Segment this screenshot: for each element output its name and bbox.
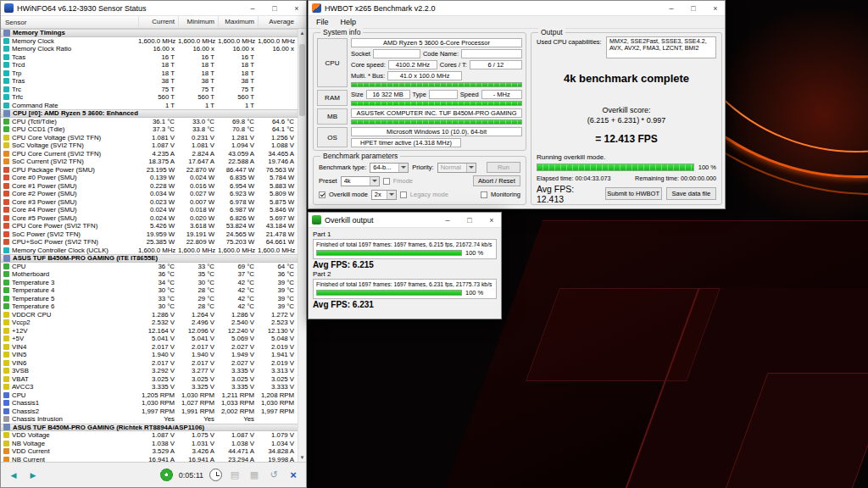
- sensor-row[interactable]: Temperature 630 °C28 °C42 °C39 °C: [1, 302, 298, 311]
- menu-help[interactable]: Help: [335, 18, 363, 26]
- hwbot-titlebar[interactable]: HWBOT x265 Benchmark v2.2.0 – □ ×: [309, 1, 725, 16]
- sensor-row[interactable]: SoC Power (SVI2 TFN)19.959 W19.191 W24.5…: [1, 230, 298, 239]
- reset-clock-icon[interactable]: [208, 468, 223, 483]
- maximize-button[interactable]: □: [460, 213, 479, 227]
- sensor-row[interactable]: VIN51.940 V1.940 V1.949 V1.941 V: [1, 351, 298, 359]
- overkill-mode-checkbox[interactable]: [319, 191, 326, 198]
- sensor-row[interactable]: CPU Core Power (SVI2 TFN)5.426 W3.618 W5…: [1, 222, 298, 230]
- column-average[interactable]: Average: [258, 16, 298, 28]
- sensor-row[interactable]: VDD Current3.529 A3.426 A44.471 A34.828 …: [1, 447, 298, 456]
- sensor-row[interactable]: Trcd18 T18 T18 T: [1, 61, 298, 69]
- sensor-row[interactable]: Tras38 T38 T38 T: [1, 77, 298, 86]
- report-icon[interactable]: ▤: [227, 468, 242, 483]
- sensor-value: 1.081 V: [138, 134, 178, 142]
- sensor-scrollbar[interactable]: ▲ ▼: [298, 29, 306, 462]
- desktop[interactable]: HWiNFO64 v6.12-3930 Sensor Status – □ × …: [0, 0, 868, 488]
- close-button[interactable]: ×: [706, 1, 725, 15]
- sensor-row[interactable]: VIN42.017 V2.017 V2.027 V2.019 V: [1, 343, 298, 352]
- sensor-row[interactable]: VBAT3.025 V3.025 V3.025 V3.025 V: [1, 375, 298, 384]
- sensor-row[interactable]: CPU Package Power (SMU)23.195 W22.870 W8…: [1, 166, 298, 175]
- sensor-row[interactable]: CPU CCD1 (Tdie)37.3 °C33.8 °C70.8 °C64.1…: [1, 125, 298, 134]
- sensor-section-row[interactable]: CPU [#0]: AMD Ryzen 5 3600: Enhanced: [1, 109, 298, 118]
- sensor-row[interactable]: Command Rate1 T1 T1 T: [1, 102, 298, 110]
- submit-to-hwbot-button[interactable]: Submit to HWBOT: [605, 187, 662, 200]
- sensor-section-row[interactable]: ASUS TUF B450M-PRO GAMING (Richtek RT889…: [1, 424, 298, 432]
- legacy-mode-checkbox[interactable]: [400, 191, 407, 198]
- sensor-section-row[interactable]: ASUS TUF B450M-PRO GAMING (ITE IT8655E): [1, 254, 298, 263]
- configure-gear-icon[interactable]: [159, 468, 175, 483]
- maximize-button[interactable]: □: [265, 1, 284, 15]
- sensor-row[interactable]: Core #2 Power (SMU)0.034 W0.027 W6.923 W…: [1, 190, 298, 198]
- column-maximum[interactable]: Maximum: [218, 16, 258, 28]
- sensor-row[interactable]: Trfc560 T560 T560 T: [1, 93, 298, 102]
- save-data-file-button[interactable]: Save data file: [666, 187, 716, 200]
- sensor-row[interactable]: +12V12.164 V12.096 V12.240 V12.130 V: [1, 327, 298, 336]
- scrollbar-track[interactable]: [298, 37, 306, 453]
- monitoring-checkbox[interactable]: [481, 191, 487, 198]
- overkill-multiplier-select[interactable]: 2x: [371, 190, 397, 200]
- overkill-titlebar[interactable]: Overkill output – □ ×: [309, 213, 501, 228]
- sensor-row[interactable]: Core #3 Power (SMU)0.023 W0.007 W6.978 W…: [1, 198, 298, 207]
- sensor-row[interactable]: Core #5 Power (SMU)0.024 W0.020 W6.826 W…: [1, 214, 298, 223]
- minimize-button[interactable]: –: [438, 213, 457, 227]
- sensor-row[interactable]: VIN62.017 V2.017 V2.027 V2.019 V: [1, 359, 298, 368]
- scrollbar-thumb[interactable]: [299, 44, 305, 116]
- sensor-row[interactable]: 3VSB3.292 V3.277 V3.335 V3.313 V: [1, 367, 298, 375]
- sensor-row[interactable]: Memory Clock Ratio16.00 x16.00 x16.00 x1…: [1, 45, 298, 53]
- sensor-row[interactable]: CPU Core Current (SVI2 TFN)4.235 A2.824 …: [1, 150, 298, 158]
- logging-icon[interactable]: ▦: [247, 468, 262, 483]
- sensor-row[interactable]: CPU Core Voltage (SVI2 TFN)1.081 V0.231 …: [1, 134, 298, 142]
- sensor-row[interactable]: +5V5.041 V5.041 V5.069 V5.048 V: [1, 335, 298, 343]
- sensor-row[interactable]: Chassis11,030 RPM1,027 RPM1,033 RPM1,030…: [1, 399, 298, 408]
- sensor-row[interactable]: Vccp22.532 V2.496 V2.540 V2.523 V: [1, 319, 298, 327]
- abort-reset-button[interactable]: Abort / Reset: [473, 175, 520, 186]
- sensor-row[interactable]: Memory Clock1,600.0 MHz1,600.0 MHz1,600.…: [1, 37, 298, 46]
- sensor-row[interactable]: CPU1,205 RPM1,030 RPM1,211 RPM1,208 RPM: [1, 391, 298, 400]
- close-button[interactable]: ×: [482, 213, 501, 227]
- sensor-row[interactable]: VDDCR CPU1.286 V1.264 V1.286 V1.272 V: [1, 311, 298, 319]
- sensor-row[interactable]: CPU+SoC Power (SVI2 TFN)25.385 W22.809 W…: [1, 238, 298, 247]
- minimize-button[interactable]: –: [662, 1, 681, 15]
- menu-file[interactable]: File: [310, 18, 335, 26]
- sensor-row[interactable]: SoC Current (SVI2 TFN)18.375 A17.647 A22…: [1, 158, 298, 166]
- priority-select[interactable]: Normal: [437, 163, 476, 173]
- sensor-row[interactable]: Temperature 533 °C29 °C42 °C39 °C: [1, 295, 298, 303]
- sensor-row[interactable]: CPU (Tctl/Tdie)36.1 °C33.0 °C69.8 °C64.6…: [1, 118, 298, 126]
- sensor-row[interactable]: Temperature 430 °C28 °C42 °C39 °C: [1, 286, 298, 295]
- fmode-checkbox[interactable]: [383, 178, 390, 185]
- sensor-row[interactable]: Motherboard36 °C35 °C37 °C36 °C: [1, 270, 298, 279]
- nav-forward-icon[interactable]: ▶: [25, 468, 41, 483]
- sensor-row[interactable]: SoC Voltage (SVI2 TFN)1.087 V1.081 V1.09…: [1, 141, 298, 150]
- sensor-row[interactable]: Memory Controller Clock (UCLK)1,600.0 MH…: [1, 247, 298, 255]
- benchmark-type-select[interactable]: 64-b...: [370, 163, 409, 173]
- scroll-up-icon[interactable]: ▲: [298, 29, 306, 37]
- sensor-row[interactable]: Chassis21,997 RPM1,991 RPM2,002 RPM1,997…: [1, 408, 298, 416]
- sensor-row[interactable]: NB Current16.941 A16.941 A23.294 A19.998…: [1, 456, 298, 463]
- column-current[interactable]: Current: [138, 16, 178, 28]
- nav-back-icon[interactable]: ◀: [6, 468, 21, 483]
- sensor-row[interactable]: Chassis IntrusionYesYesYes: [1, 415, 298, 424]
- toolbar-close-icon[interactable]: ×: [286, 468, 301, 483]
- sensor-row[interactable]: VDD Voltage1.087 V1.075 V1.087 V1.079 V: [1, 431, 298, 440]
- sensor-row[interactable]: Trc75 T75 T75 T: [1, 86, 298, 94]
- column-minimum[interactable]: Minimum: [178, 16, 218, 28]
- sensor-row[interactable]: NB Voltage1.038 V1.031 V1.038 V1.034 V: [1, 440, 298, 448]
- scroll-down-icon[interactable]: ▼: [298, 453, 306, 462]
- sensor-row[interactable]: Core #1 Power (SMU)0.228 W0.016 W6.954 W…: [1, 182, 298, 191]
- column-sensor[interactable]: Sensor: [1, 19, 138, 26]
- close-button[interactable]: ×: [287, 1, 306, 15]
- sensor-section-row[interactable]: Memory Timings: [1, 29, 298, 37]
- maximize-button[interactable]: □: [684, 1, 703, 15]
- sensor-row[interactable]: Temperature 334 °C30 °C42 °C39 °C: [1, 279, 298, 287]
- sensor-row[interactable]: CPU36 °C33 °C69 °C64 °C: [1, 263, 298, 271]
- sensor-row[interactable]: Tcas16 T16 T16 T: [1, 53, 298, 62]
- sensor-row[interactable]: Trp18 T18 T18 T: [1, 69, 298, 78]
- sensor-row[interactable]: Core #0 Power (SMU)0.139 W0.024 W6.835 W…: [1, 174, 298, 182]
- hwinfo-titlebar[interactable]: HWiNFO64 v6.12-3930 Sensor Status – □ ×: [1, 1, 306, 16]
- sensor-row[interactable]: AVCC33.335 V3.325 V3.335 V3.333 V: [1, 383, 298, 391]
- run-button[interactable]: Run: [487, 162, 520, 173]
- preset-select[interactable]: 4k: [341, 176, 380, 186]
- sensor-row[interactable]: Core #4 Power (SMU)0.024 W0.018 W6.987 W…: [1, 206, 298, 214]
- minimize-button[interactable]: –: [243, 1, 262, 15]
- reset-values-icon[interactable]: ↺: [266, 468, 281, 483]
